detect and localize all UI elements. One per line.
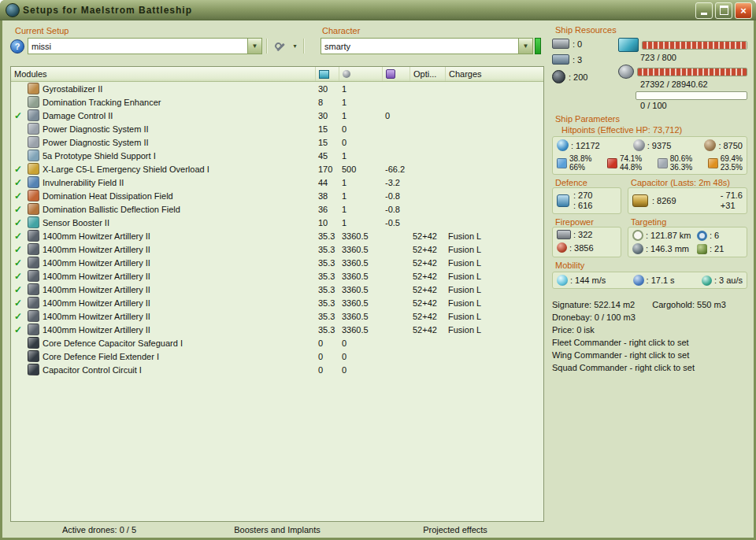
module-active-check-icon: ✓ (11, 244, 25, 255)
fleet-commander-slot[interactable]: Fleet Commander - right click to set (552, 336, 747, 349)
module-name: 1400mm Howitzer Artillery II (41, 245, 316, 254)
module-capacitor-value: 0 (383, 111, 410, 120)
charges-column-header[interactable]: Charges (446, 67, 543, 81)
drone-bandwidth-value: : 200 (569, 72, 587, 82)
projected-effects-panel[interactable]: Projected effects (366, 525, 544, 534)
align-time-icon (633, 275, 644, 286)
close-icon: × (740, 6, 747, 16)
module-name: 1400mm Howitzer Artillery II (41, 312, 316, 321)
module-capacitor-value: -66.2 (383, 165, 410, 174)
module-row[interactable]: Power Diagnostic System II 15 0 (11, 122, 543, 135)
maximize-button[interactable] (715, 2, 732, 19)
wing-commander-slot[interactable]: Wing Commander - right click to set (552, 349, 747, 361)
targeting-label: Targeting (631, 217, 666, 227)
module-row[interactable]: ✓ Domination Ballistic Deflection Field … (11, 202, 543, 216)
module-active-check-icon: ✓ (11, 271, 25, 282)
module-cpu-value: 35.3 (316, 325, 339, 335)
module-row[interactable]: Gyrostabilizer II 30 1 (11, 82, 543, 95)
module-capacitor-value: -0.5 (383, 218, 410, 227)
toolbar-separator (266, 39, 268, 54)
module-powergrid-value: 0 (339, 338, 383, 348)
titlebar[interactable]: Setups for Maelstrom Battleship × (0, 0, 756, 20)
module-row[interactable]: ✓ 1400mm Howitzer Artillery II 35.3 3360… (11, 242, 543, 256)
module-icon (25, 96, 41, 108)
module-optimal-value: 52+42 (410, 325, 446, 335)
sensor-strength-value: : 21 (710, 244, 724, 253)
capacitor-label: Capacitor (Lasts: 2m 48s) (631, 178, 730, 187)
current-setup-combobox[interactable]: missi ▼ (28, 38, 262, 54)
module-cpu-value: 35.3 (316, 298, 339, 308)
modules-column-header[interactable]: Modules (11, 67, 316, 81)
cpu-bar-fill (643, 42, 747, 49)
module-powergrid-value: 0 (339, 352, 383, 361)
max-velocity-value: : 144 m/s (570, 276, 606, 285)
squad-commander-slot[interactable]: Squad Commander - right click to set (552, 361, 747, 374)
boosters-implants-panel[interactable]: Boosters and Implants (188, 525, 366, 534)
powergrid-column-header[interactable] (339, 67, 383, 81)
close-button[interactable]: × (735, 2, 752, 19)
module-powergrid-value: 1 (339, 191, 383, 201)
module-icon (25, 109, 41, 121)
module-active-check-icon: ✓ (11, 231, 25, 242)
powergrid-icon (618, 65, 634, 79)
module-row[interactable]: Core Defence Capacitor Safeguard I 0 0 (11, 336, 543, 350)
help-button[interactable]: ? (10, 39, 24, 54)
module-cpu-value: 30 (316, 111, 339, 120)
module-name: 1400mm Howitzer Artillery II (41, 231, 316, 241)
chevron-down-icon[interactable]: ▼ (247, 39, 261, 54)
hitpoints-box: : 12172 : 9375 : 8750 38.8% 66% (552, 136, 747, 175)
module-powergrid-value: 1 (339, 205, 383, 214)
module-name: Domination Tracking Enhancer (41, 98, 316, 107)
module-row[interactable]: Power Diagnostic System II 15 0 (11, 135, 543, 149)
setup-tools-button[interactable] (270, 38, 289, 56)
mobility-box: : 144 m/s : 17.1 s : 3 au/s (552, 272, 747, 289)
module-row[interactable]: ✓ 1400mm Howitzer Artillery II 35.3 3360… (11, 309, 543, 323)
module-cpu-value: 0 (316, 338, 339, 348)
powergrid-bar-fill (638, 68, 747, 76)
module-powergrid-value: 1 (339, 218, 383, 227)
current-setup-label: Current Setup (15, 26, 69, 35)
minimize-button[interactable] (695, 2, 713, 19)
chevron-down-icon[interactable]: ▼ (518, 39, 532, 54)
cpu-column-header[interactable] (316, 67, 339, 81)
optimal-column-header[interactable]: Opti... (410, 67, 446, 81)
module-row[interactable]: ✓ 1400mm Howitzer Artillery II 35.3 3360… (11, 229, 543, 242)
module-row[interactable]: ✓ Damage Control II 30 1 0 (11, 109, 543, 122)
module-row[interactable]: ✓ 1400mm Howitzer Artillery II 35.3 3360… (11, 269, 543, 283)
module-row[interactable]: Capacitor Control Circuit I 0 0 (11, 363, 543, 376)
armor-resist-value: 66% (569, 163, 591, 172)
module-cpu-value: 8 (316, 98, 339, 107)
module-row[interactable]: Domination Tracking Enhancer 8 1 (11, 95, 543, 109)
module-icon (25, 190, 41, 202)
module-cpu-value: 35.3 (316, 272, 339, 281)
module-row[interactable]: ✓ 1400mm Howitzer Artillery II 35.3 3360… (11, 256, 543, 269)
module-row[interactable]: 5a Prototype Shield Support I 45 1 (11, 149, 543, 162)
module-row[interactable]: ✓ X-Large C5-L Emergency Shield Overload… (11, 162, 543, 176)
module-name: Domination Ballistic Deflection Field (41, 205, 316, 214)
armor-resist-value: 23.5% (721, 163, 743, 172)
module-name: 5a Prototype Shield Support I (41, 151, 316, 161)
module-icon (25, 364, 41, 375)
module-row[interactable]: ✓ Domination Heat Dissipation Field 38 1… (11, 189, 543, 202)
module-row[interactable]: ✓ Invulnerability Field II 44 1 -3.2 (11, 176, 543, 189)
module-powergrid-value: 3360.5 (339, 272, 383, 281)
module-charge-value: Fusion L (446, 298, 543, 308)
capacitor-column-header[interactable] (383, 67, 410, 81)
setup-tools-dropdown[interactable]: ▾ (290, 38, 300, 54)
module-powergrid-value: 3360.5 (339, 231, 383, 241)
module-row[interactable]: ✓ 1400mm Howitzer Artillery II 35.3 3360… (11, 296, 543, 309)
max-targets-value: : 6 (710, 231, 719, 240)
module-row[interactable]: ✓ 1400mm Howitzer Artillery II 35.3 3360… (11, 283, 543, 296)
module-icon (25, 150, 41, 161)
max-targets-icon (697, 231, 707, 241)
module-row[interactable]: ✓ 1400mm Howitzer Artillery II 35.3 3360… (11, 323, 543, 336)
active-drones-panel[interactable]: Active drones: 0 / 5 (10, 525, 188, 534)
hitpoints-label: Hitpoints (Effective HP: 73,712) (561, 125, 747, 135)
powergrid-header-icon (343, 70, 350, 78)
module-cpu-value: 0 (316, 352, 339, 361)
module-row[interactable]: Core Defence Field Extender I 0 0 (11, 350, 543, 363)
character-combobox[interactable]: smarty ▼ (321, 38, 533, 54)
module-row[interactable]: ✓ Sensor Booster II 10 1 -0.5 (11, 216, 543, 229)
module-capacitor-value: -3.2 (383, 178, 410, 187)
launcher-hardpoints-value: : 3 (573, 55, 582, 65)
